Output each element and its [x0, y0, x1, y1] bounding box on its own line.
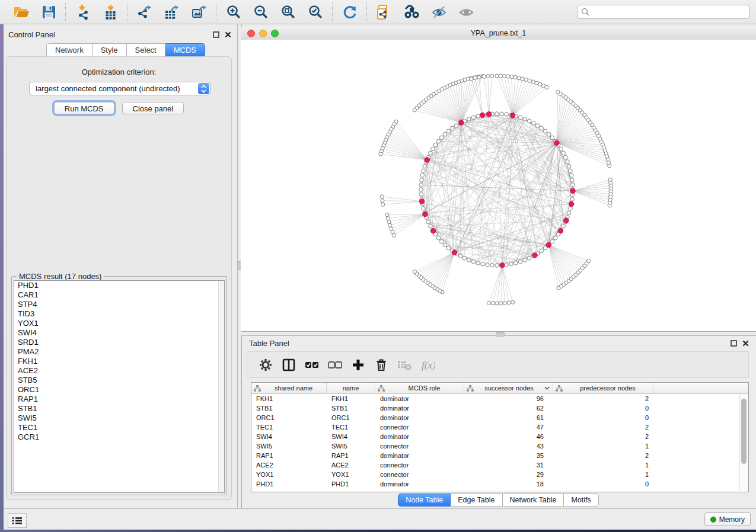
mcds-result-item[interactable]: STP4 [14, 300, 224, 309]
column-header-predecessor-nodes[interactable]: predecessor nodes [553, 383, 653, 393]
mcds-list-scrollbar[interactable] [218, 281, 224, 492]
mcds-result-item[interactable]: SWI5 [14, 414, 224, 423]
mcds-result-item[interactable]: ORC1 [14, 385, 224, 395]
add-row-button[interactable] [350, 357, 366, 373]
tab-select[interactable]: Select [127, 43, 165, 57]
network-graph[interactable] [241, 40, 756, 331]
delete-row-button[interactable] [374, 357, 389, 373]
gear-button[interactable] [258, 357, 273, 373]
zoom-in-button[interactable] [225, 3, 243, 21]
add-row-icon [351, 358, 365, 372]
deselect-all-icon [328, 358, 342, 372]
column-header-MCDS-role[interactable]: MCDS role [375, 383, 464, 393]
mcds-result-item[interactable]: STB5 [14, 376, 224, 385]
mcds-result-item[interactable]: TEC1 [14, 423, 224, 432]
table-row[interactable]: RAP1RAP1dominator352 [251, 451, 748, 460]
columns-button[interactable] [281, 357, 296, 373]
control-panel-title: Control Panel [8, 30, 55, 39]
mcds-result-list[interactable]: PHD1CAR1STP4TID3YOX1SWI4SRD1PMA2FKH1ACE2… [14, 280, 225, 493]
mcds-result-item[interactable]: PHD1 [14, 281, 224, 290]
network-window: YPA_prune.txt_1 [241, 27, 756, 331]
mcds-result-item[interactable]: FKH1 [14, 357, 224, 366]
close-panel-icon[interactable] [225, 31, 231, 38]
network-canvas[interactable] [241, 40, 756, 331]
horizontal-splitter[interactable] [241, 331, 756, 336]
table-panel: Table Panel f(x) shared namenameMCDS rol… [241, 336, 756, 508]
table-row[interactable]: ORC1ORC1dominator610 [251, 413, 748, 422]
mcds-result-item[interactable]: SWI4 [14, 328, 224, 338]
select-all-button[interactable] [304, 357, 320, 373]
mcds-result-item[interactable]: STB1 [14, 404, 224, 414]
node-table[interactable]: shared namenameMCDS rolesuccessor nodesp… [251, 382, 749, 492]
table-row[interactable]: SWI4SWI4dominator462 [251, 432, 748, 441]
mcds-result-item[interactable]: GCR1 [14, 432, 224, 442]
mcds-result-item[interactable]: SRD1 [14, 338, 224, 347]
cell-shared-name: ACE2 [251, 460, 327, 470]
criterion-select[interactable]: largest connected component (undirected) [29, 82, 210, 95]
tab-style[interactable]: Style [92, 43, 127, 57]
table-scrollbar[interactable] [739, 394, 748, 491]
memory-button[interactable]: Memory [704, 512, 751, 526]
show-all-button[interactable] [457, 3, 475, 21]
task-history-button[interactable] [8, 513, 27, 528]
table-row[interactable]: PHD1PHD1dominator180 [251, 479, 748, 489]
mcds-result-item[interactable]: YOX1 [14, 319, 224, 328]
function-builder-button[interactable]: f(x) [420, 357, 435, 373]
search-box[interactable] [577, 5, 750, 19]
mcds-result-item[interactable]: TID3 [14, 309, 224, 319]
cell-predecessor-nodes: 1 [553, 460, 653, 470]
refresh-view-button[interactable] [341, 3, 359, 21]
search-input[interactable] [593, 6, 747, 19]
cell-MCDS-role: dominator [375, 403, 464, 413]
table-row[interactable]: TEC1TEC1connector472 [251, 422, 748, 432]
mcds-result-item[interactable]: CAR1 [14, 290, 224, 300]
export-image-button[interactable] [190, 3, 208, 21]
table-row[interactable]: FKH1FKH1dominator962 [251, 394, 748, 403]
mcds-result-item[interactable]: ACE2 [14, 366, 224, 376]
open-file-button[interactable] [12, 3, 30, 21]
export-table-button[interactable] [163, 3, 181, 21]
delete-table-button[interactable] [397, 357, 412, 373]
criterion-selected-value: largest connected component (undirected) [36, 84, 180, 93]
zoom-fit-button[interactable] [279, 3, 297, 21]
select-stepper-icon[interactable] [198, 83, 209, 94]
table-scrollbar-thumb[interactable] [741, 399, 747, 464]
mcds-result-item[interactable]: RAP1 [14, 395, 224, 404]
cell-predecessor-nodes: 1 [553, 441, 653, 451]
column-header-successor-nodes[interactable]: successor nodes [464, 383, 553, 393]
table-row[interactable]: ACE2ACE2connector311 [251, 460, 748, 470]
column-header-shared-name[interactable]: shared name [251, 383, 327, 393]
search-network-button[interactable] [403, 3, 420, 21]
import-network-button[interactable] [74, 3, 92, 21]
tab-edge-table[interactable]: Edge Table [451, 493, 502, 507]
cell-name: FKH1 [327, 394, 375, 403]
tab-mcds[interactable]: MCDS [165, 43, 205, 57]
hide-selected-button[interactable] [430, 3, 448, 21]
zoom-out-button[interactable] [252, 3, 270, 21]
cell-shared-name: ORC1 [251, 413, 327, 422]
float-panel-icon[interactable] [213, 31, 219, 38]
table-row[interactable]: YOX1YOX1connector291 [251, 470, 748, 479]
tab-network[interactable]: Network [46, 43, 92, 57]
network-titlebar[interactable]: YPA_prune.txt_1 [241, 27, 756, 40]
tab-network-table[interactable]: Network Table [503, 493, 564, 507]
zoom-selected-button[interactable] [307, 3, 324, 21]
search-network-icon [404, 4, 420, 20]
list-icon [12, 517, 23, 525]
run-mcds-button[interactable]: Run MCDS [54, 102, 114, 114]
table-row[interactable]: SWI5SWI5connector431 [251, 441, 748, 451]
deselect-all-button[interactable] [327, 357, 343, 373]
cell-predecessor-nodes: 0 [553, 403, 653, 413]
float-table-panel-icon[interactable] [731, 340, 737, 347]
clone-network-button[interactable] [375, 3, 393, 21]
table-row[interactable]: STB1STB1dominator620 [251, 403, 748, 413]
tab-motifs[interactable]: Motifs [564, 493, 598, 507]
close-panel-button[interactable]: Close panel [122, 102, 184, 114]
export-network-button[interactable] [136, 3, 154, 21]
mcds-result-item[interactable]: PMA2 [14, 347, 224, 357]
import-table-button[interactable] [101, 3, 119, 21]
close-table-panel-icon[interactable] [742, 340, 749, 347]
tab-node-table[interactable]: Node Table [398, 493, 451, 507]
save-session-button[interactable] [40, 3, 58, 21]
column-header-name[interactable]: name [327, 383, 375, 393]
